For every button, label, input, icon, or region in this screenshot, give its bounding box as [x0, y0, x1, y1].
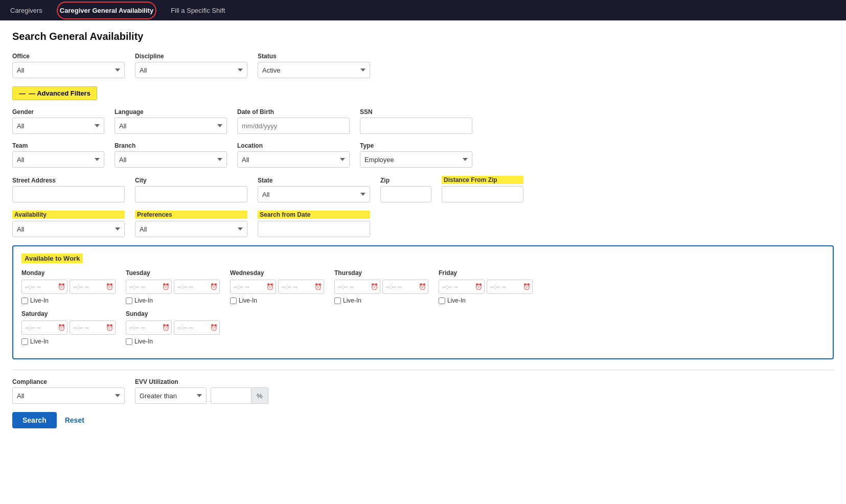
monday-livein-row: Live-In — [21, 297, 116, 304]
wednesday-livein-row: Live-In — [230, 297, 324, 304]
friday-livein-checkbox[interactable] — [439, 297, 445, 304]
gender-select[interactable]: All — [12, 118, 104, 134]
nav-fill-specific-shift[interactable]: Fill a Specific Shift — [169, 3, 227, 18]
page-title: Search General Availability — [12, 31, 834, 42]
location-group: Location All — [237, 142, 350, 168]
search-button[interactable]: Search — [12, 412, 57, 428]
street-address-label: Street Address — [12, 177, 125, 184]
advanced-filters-label: — Advanced Filters — [29, 89, 90, 97]
sunday-group: Sunday ⏰ ⏰ Live-In — [126, 310, 220, 345]
availability-select[interactable]: All — [12, 221, 125, 237]
branch-label: Branch — [115, 142, 227, 149]
friday-group: Friday ⏰ ⏰ Live-In — [439, 269, 533, 304]
dob-input[interactable] — [237, 118, 350, 134]
reset-button[interactable]: Reset — [65, 416, 84, 424]
thursday-group: Thursday ⏰ ⏰ Live-In — [334, 269, 428, 304]
ssn-label: SSN — [360, 108, 472, 116]
saturday-times: ⏰ ⏰ — [21, 320, 116, 335]
state-select[interactable]: All — [258, 186, 370, 202]
evv-value-input[interactable] — [211, 387, 251, 404]
action-row: Search Reset — [12, 412, 834, 428]
state-group: State All — [258, 177, 370, 202]
language-group: Language All — [115, 108, 227, 134]
weekdays-row: Monday ⏰ ⏰ Live-In Tuesday — [21, 269, 825, 304]
ssn-input[interactable] — [360, 118, 472, 134]
type-select[interactable]: Employee — [360, 151, 472, 168]
tuesday-end-clock-icon: ⏰ — [210, 283, 218, 290]
discipline-select[interactable]: All — [135, 62, 247, 78]
location-select[interactable]: All — [237, 151, 350, 168]
ssn-group: SSN — [360, 108, 472, 134]
monday-start-wrapper: ⏰ — [21, 280, 67, 294]
type-group: Type Employee — [360, 142, 472, 168]
discipline-label: Discipline — [135, 53, 247, 60]
tuesday-start-clock-icon: ⏰ — [162, 283, 170, 290]
language-label: Language — [115, 108, 227, 116]
street-address-group: Street Address — [12, 177, 125, 202]
saturday-livein-row: Live-In — [21, 338, 116, 345]
friday-start-clock-icon: ⏰ — [475, 283, 483, 290]
compliance-select[interactable]: All — [12, 387, 125, 404]
evv-percent-sign: % — [251, 387, 268, 404]
available-to-work-title: Available to Work — [21, 254, 83, 263]
gender-group: Gender All — [12, 108, 104, 134]
thursday-livein-row: Live-In — [334, 297, 428, 304]
advanced-filters-button[interactable]: — — Advanced Filters — [12, 86, 97, 100]
compliance-evv-row: Compliance All EVV Utilization Greater t… — [12, 378, 834, 404]
thursday-livein-checkbox[interactable] — [334, 297, 341, 304]
weekend-row: Saturday ⏰ ⏰ Live-In Sunda — [21, 310, 825, 345]
advanced-filters-icon: — — [19, 89, 26, 97]
wednesday-livein-label: Live-In — [239, 297, 257, 304]
tuesday-start-wrapper: ⏰ — [126, 280, 172, 294]
nav-caregiver-general-availability[interactable]: Caregiver General Availability — [57, 2, 156, 19]
search-from-date-input[interactable]: 11/03/2021 — [258, 221, 370, 237]
zip-input[interactable] — [380, 186, 431, 202]
office-select[interactable]: All — [12, 62, 125, 78]
city-input[interactable] — [135, 186, 247, 202]
saturday-livein-checkbox[interactable] — [21, 338, 28, 345]
monday-livein-checkbox[interactable] — [21, 297, 28, 304]
sunday-livein-label: Live-In — [134, 338, 153, 345]
branch-select[interactable]: All — [115, 151, 227, 168]
monday-label: Monday — [21, 269, 116, 277]
dob-label: Date of Birth — [237, 108, 350, 116]
evv-value-wrap: % — [211, 387, 268, 404]
saturday-start-clock-icon: ⏰ — [58, 324, 65, 331]
sunday-end-wrapper: ⏰ — [174, 320, 220, 335]
thursday-livein-label: Live-In — [343, 297, 361, 304]
filter-row-4: Street Address City State All Zip Distan… — [12, 176, 834, 202]
compliance-label: Compliance — [12, 378, 125, 385]
branch-group: Branch All — [115, 142, 227, 168]
tuesday-label: Tuesday — [126, 269, 220, 277]
team-select[interactable]: All — [12, 151, 104, 168]
dob-group: Date of Birth — [237, 108, 350, 134]
evv-operator-select[interactable]: Greater than — [135, 387, 207, 404]
wednesday-livein-checkbox[interactable] — [230, 297, 237, 304]
monday-times: ⏰ ⏰ — [21, 280, 116, 294]
language-select[interactable]: All — [115, 118, 227, 134]
monday-start-clock-icon: ⏰ — [58, 283, 65, 290]
distance-from-zip-group: Distance From Zip — [442, 176, 523, 202]
status-select[interactable]: Active — [258, 62, 370, 78]
search-from-date-label: Search from Date — [258, 211, 370, 219]
thursday-end-wrapper: ⏰ — [382, 280, 428, 294]
thursday-end-clock-icon: ⏰ — [419, 283, 426, 290]
office-label: Office — [12, 53, 125, 60]
nav-caregivers[interactable]: Caregivers — [8, 3, 44, 18]
sunday-start-wrapper: ⏰ — [126, 320, 172, 335]
preferences-select[interactable]: All — [135, 221, 247, 237]
sunday-livein-checkbox[interactable] — [126, 338, 132, 345]
tuesday-group: Tuesday ⏰ ⏰ Live-In — [126, 269, 220, 304]
friday-livein-row: Live-In — [439, 297, 533, 304]
team-label: Team — [12, 142, 104, 149]
friday-end-wrapper: ⏰ — [487, 280, 533, 294]
tuesday-livein-checkbox[interactable] — [126, 297, 132, 304]
location-label: Location — [237, 142, 350, 149]
filter-row-2: Gender All Language All Date of Birth SS… — [12, 108, 834, 134]
distance-from-zip-input[interactable] — [442, 186, 523, 202]
discipline-group: Discipline All — [135, 53, 247, 78]
street-address-input[interactable] — [12, 186, 125, 202]
top-navigation: Caregivers Caregiver General Availabilit… — [0, 0, 846, 20]
city-label: City — [135, 177, 247, 184]
wednesday-group: Wednesday ⏰ ⏰ Live-In — [230, 269, 324, 304]
